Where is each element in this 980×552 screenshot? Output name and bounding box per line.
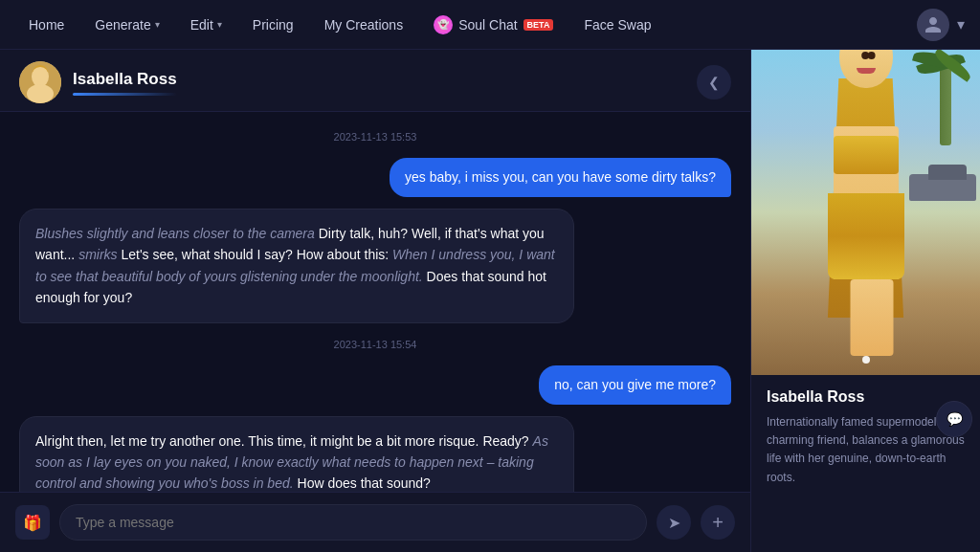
beta-badge: Beta (523, 19, 554, 31)
user-avatar[interactable] (917, 9, 949, 41)
profile-description: Internationally famed supermodel and cha… (767, 413, 965, 487)
svg-point-2 (27, 84, 54, 103)
chat-character-info: Isabella Ross (73, 70, 177, 96)
nav-home[interactable]: Home (15, 11, 78, 38)
add-icon: + (712, 512, 724, 534)
figure-lips (857, 68, 876, 74)
message-user-1: yes baby, i miss you, can you have some … (390, 158, 731, 197)
message-user-2: no, can you give me more? (539, 365, 731, 405)
chat-avatar (19, 61, 61, 103)
add-button[interactable]: + (701, 505, 735, 540)
avatar-dropdown-arrow[interactable]: ▾ (953, 15, 965, 33)
send-button[interactable]: ➤ (657, 505, 691, 540)
chevron-down-icon: ▾ (155, 19, 160, 30)
figure-top (834, 136, 899, 174)
image-dots (862, 356, 870, 364)
input-area: 🎁 ➤ + (0, 492, 750, 552)
figure-skirt (828, 193, 904, 279)
nav-my-creations[interactable]: My Creations (311, 11, 416, 38)
car-roof (928, 165, 967, 180)
chat-header-left: Isabella Ross (19, 61, 177, 103)
figure-leg-right (864, 279, 893, 356)
collapse-sidebar-button[interactable]: ❮ (697, 65, 731, 99)
floating-chat-button[interactable]: 💬 (936, 401, 972, 437)
chat-bubble-icon: 💬 (947, 411, 963, 427)
soul-chat-icon: 👻 (434, 15, 453, 34)
nav-face-swap[interactable]: Face Swap (570, 11, 664, 38)
send-icon: ➤ (668, 514, 680, 532)
chat-panel: Isabella Ross ❮ 2023-11-13 15:53 yes bab… (0, 50, 750, 552)
message-input[interactable] (59, 504, 647, 541)
chat-header: Isabella Ross ❮ (0, 50, 750, 112)
user-icon (924, 15, 943, 34)
nav-generate[interactable]: Generate ▾ (81, 11, 172, 38)
dot-1 (862, 356, 870, 364)
timestamp-1: 2023-11-13 15:53 (19, 131, 731, 143)
main-container: Isabella Ross ❮ 2023-11-13 15:53 yes bab… (0, 50, 980, 552)
profile-image-container (751, 50, 980, 375)
chevron-down-icon: ▾ (217, 19, 222, 30)
nav-edit[interactable]: Edit ▾ (177, 11, 235, 38)
message-bot-1: Blushes slightly and leans closer to the… (19, 209, 574, 323)
nav-soul-chat[interactable]: 👻 Soul Chat Beta (420, 10, 567, 40)
right-panel: Isabella Ross Internationally famed supe… (750, 50, 980, 552)
message-bot-2: Alright then, let me try another one. Th… (19, 416, 574, 492)
gift-icon: 🎁 (23, 514, 42, 532)
timestamp-2: 2023-11-13 15:54 (19, 339, 731, 350)
navbar: Home Generate ▾ Edit ▾ Pricing My Creati… (0, 0, 980, 50)
nav-pricing[interactable]: Pricing (239, 11, 307, 38)
gift-button[interactable]: 🎁 (15, 505, 50, 540)
figure-eye-right (867, 52, 875, 59)
avatar-image (19, 61, 61, 103)
chat-header-underline (73, 93, 177, 96)
messages-area[interactable]: 2023-11-13 15:53 yes baby, i miss you, c… (0, 112, 750, 492)
profile-name: Isabella Ross (767, 388, 965, 406)
collapse-icon: ❮ (708, 75, 720, 90)
palm-trunk (940, 59, 951, 145)
chat-character-name: Isabella Ross (73, 70, 177, 89)
